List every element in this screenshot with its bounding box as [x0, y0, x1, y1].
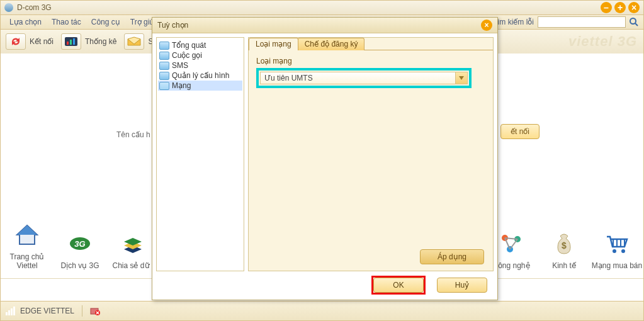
svg-rect-5	[73, 38, 75, 45]
launch-kinhte[interactable]: $ Kinh tế	[538, 231, 590, 270]
options-pane: Loại mạng Chế độ đăng ký Loại mạng Ưu ti…	[248, 37, 494, 271]
dialog-close-button[interactable]: ×	[481, 20, 492, 31]
highlight-box: Ưu tiên UMTS	[256, 68, 472, 88]
svg-point-20	[621, 249, 625, 253]
folder-icon	[159, 52, 169, 60]
tree-quanlycauhinh[interactable]: Quản lý cấu hình	[158, 70, 242, 81]
tree-sms[interactable]: SMS	[158, 60, 242, 70]
launch-mangmuaban[interactable]: Mạng mua bán	[590, 231, 643, 270]
cart-icon	[590, 231, 643, 256]
connect-label: Kết nối	[30, 37, 54, 46]
mail-icon	[124, 33, 144, 50]
stats-icon	[61, 33, 81, 50]
svg-rect-3	[67, 42, 69, 45]
brand-logo: viettel 3G	[568, 33, 637, 50]
folder-icon	[159, 72, 169, 80]
app-icon	[4, 3, 13, 12]
svg-text:$: $	[562, 240, 567, 251]
chevron-down-icon[interactable]	[455, 72, 467, 84]
combo-value: Ưu tiên UMTS	[261, 74, 455, 82]
options-tree: Tổng quát Cuộc gọi SMS Quản lý cấu hình …	[156, 37, 244, 271]
menu-congcu[interactable]: Công cụ	[86, 18, 125, 26]
menu-thaotac[interactable]: Thao tác	[47, 18, 86, 26]
folder-open-icon	[159, 82, 169, 90]
maximize-button[interactable]: +	[614, 2, 626, 13]
close-button[interactable]: ×	[628, 2, 640, 13]
network-status: EDGE VIETTEL	[20, 307, 74, 315]
network-type-label: Loại mạng	[256, 57, 485, 65]
tab-strip: Loại mạng Chế độ đăng ký	[249, 38, 493, 50]
svg-point-0	[630, 18, 636, 24]
search-input[interactable]	[538, 16, 626, 28]
tree-cuocgoi[interactable]: Cuộc gọi	[158, 50, 242, 60]
folder-icon	[159, 42, 169, 50]
svg-text:3G: 3G	[74, 239, 85, 249]
connect-button[interactable]: Kết nối	[6, 33, 54, 50]
folder-icon	[159, 62, 169, 70]
svg-line-1	[635, 23, 638, 26]
stats-button[interactable]: Thống kê	[61, 33, 116, 50]
ok-highlight: OK	[371, 276, 426, 295]
launch-dichvu3g[interactable]: 3G Dịch vụ 3G	[54, 231, 106, 270]
error-search: Tìm kiếm lỗi	[493, 16, 640, 28]
minimize-button[interactable]: –	[601, 2, 612, 13]
3g-icon: 3G	[54, 231, 106, 256]
launch-trangchu[interactable]: Trang chủ Viettel	[1, 222, 54, 270]
title-bar: D-com 3G – + ×	[1, 1, 643, 15]
tree-tongquat[interactable]: Tổng quát	[158, 40, 242, 50]
dialog-title: Tuỳ chọn	[157, 21, 481, 30]
svg-rect-4	[70, 40, 72, 45]
tab-loaimang[interactable]: Loại mạng	[249, 38, 298, 50]
status-bar: EDGE VIETTEL	[1, 301, 643, 320]
status-warning-icon	[90, 307, 100, 315]
search-icon[interactable]	[628, 16, 640, 28]
svg-point-19	[613, 249, 616, 253]
moneybag-icon: $	[538, 231, 590, 256]
dialog-titlebar: Tuỳ chọn ×	[152, 18, 497, 33]
signal-icon	[6, 307, 15, 315]
mail-button[interactable]: S	[124, 33, 153, 50]
bg-connect-button[interactable]: ết nối	[500, 124, 539, 139]
stats-label: Thống kê	[85, 37, 116, 46]
svg-line-13	[510, 239, 517, 249]
config-name-label: Tên cấu h	[116, 130, 150, 139]
network-type-combo[interactable]: Ưu tiên UMTS	[260, 72, 468, 84]
ok-button[interactable]: OK	[373, 278, 424, 293]
house-icon	[1, 222, 54, 247]
search-label: Tìm kiếm lỗi	[493, 18, 534, 26]
window-title: D-com 3G	[17, 3, 598, 12]
refresh-icon	[6, 33, 26, 50]
tree-mang[interactable]: Mạng	[158, 81, 242, 91]
apply-button[interactable]: Áp dụng	[420, 249, 484, 264]
app-window: D-com 3G – + × Lựa chọn Thao tác Công cụ…	[0, 0, 644, 321]
options-dialog: Tuỳ chọn × Tổng quát Cuộc gọi SMS Quản l…	[152, 17, 498, 300]
tab-chedodangky[interactable]: Chế độ đăng ký	[298, 38, 365, 50]
menu-luachon[interactable]: Lựa chọn	[4, 18, 47, 26]
dialog-footer: OK Huỷ	[152, 275, 497, 295]
cancel-button[interactable]: Huỷ	[437, 278, 487, 293]
